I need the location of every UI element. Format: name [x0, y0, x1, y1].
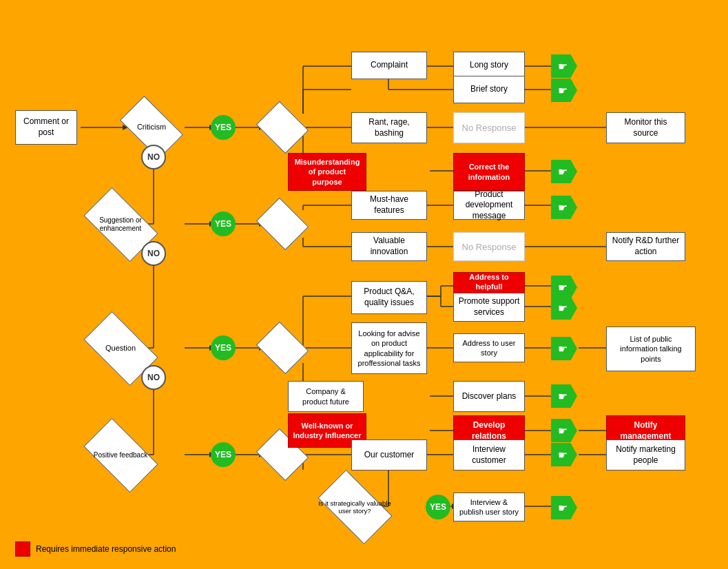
- correct-info-box: Correct the information: [453, 153, 525, 191]
- company-future-box: Company & product future: [288, 381, 364, 412]
- question-branch-diamond: [259, 329, 306, 366]
- rant-box: Rant, rage, bashing: [351, 112, 427, 143]
- suggestion-no-circle: NO: [141, 241, 166, 266]
- no-response-2: No Response: [453, 232, 525, 261]
- address-user-story-box: Address to user story: [453, 333, 525, 362]
- legend: Requires immediate responsive action: [15, 541, 176, 557]
- positive-feedback-diamond: Positive feedback: [83, 436, 158, 474]
- list-public-box: List of public information talking point…: [606, 327, 696, 371]
- looking-advise-box: Looking for advise on product applicabil…: [351, 322, 427, 374]
- address-user-action[interactable]: [551, 337, 577, 360]
- suggestion-branch-diamond: [259, 205, 306, 242]
- brief-story-action[interactable]: [551, 79, 577, 102]
- develop-relations-action[interactable]: [551, 419, 577, 442]
- comment-or-post-box: Comment or post: [15, 110, 77, 145]
- legend-text: Requires immediate responsive action: [36, 544, 176, 554]
- no-response-1: No Response: [453, 112, 525, 143]
- discover-plans-box: Discover plans: [453, 381, 525, 412]
- criticism-branch-diamond: [259, 109, 306, 146]
- complaint-box: Complaint: [351, 52, 427, 79]
- question-diamond: Question: [83, 329, 158, 367]
- brief-story-box: Brief story: [453, 76, 525, 103]
- notify-rd-box: Notify R&D further action: [606, 232, 685, 261]
- promote-support-box: Promote support services: [453, 293, 525, 322]
- our-customer-box: Our customer: [351, 439, 427, 470]
- product-qa-box: Product Q&A, quality issues: [351, 281, 427, 314]
- strategic-diamond: Is it strategically valuable user story?: [317, 488, 393, 526]
- address-helpful-action[interactable]: [551, 276, 577, 299]
- suggestion-yes-circle: YES: [211, 211, 236, 236]
- suggestion-diamond: Suggestion or enhancement: [83, 205, 158, 243]
- criticism-no-circle: NO: [141, 145, 166, 169]
- misunderstanding-box: Misunderstanding of product purpose: [288, 153, 366, 191]
- long-story-action[interactable]: [551, 54, 577, 78]
- flowchart-diagram: Comment or post Criticism YES NO Complai…: [0, 0, 728, 569]
- correct-info-action[interactable]: [551, 160, 577, 183]
- question-no-circle: NO: [141, 365, 166, 390]
- monitor-source-box: Monitor this source: [606, 112, 685, 143]
- must-have-box: Must-have features: [351, 191, 427, 220]
- valuable-innovation-box: Valuable innovation: [351, 232, 427, 261]
- question-yes-circle: YES: [211, 335, 236, 360]
- promote-support-action[interactable]: [551, 296, 577, 320]
- discover-plans-action[interactable]: [551, 384, 577, 408]
- interview-customer-box: Interview customer: [453, 439, 525, 470]
- legend-red-box: [15, 541, 30, 557]
- interview-customer-action[interactable]: [551, 443, 577, 466]
- positive-yes-circle: YES: [211, 442, 236, 467]
- criticism-diamond: Criticism: [117, 110, 186, 145]
- notify-marketing-box: Notify marketing people: [606, 439, 685, 470]
- product-dev-box: Product development message: [453, 191, 525, 220]
- interview-publish-action[interactable]: [551, 496, 577, 519]
- interview-publish-box: Interview & publish user story: [453, 493, 525, 521]
- strategic-yes-circle: YES: [426, 495, 450, 519]
- long-story-box: Long story: [453, 52, 525, 79]
- criticism-yes-circle: YES: [211, 115, 236, 140]
- product-dev-action[interactable]: [551, 196, 577, 219]
